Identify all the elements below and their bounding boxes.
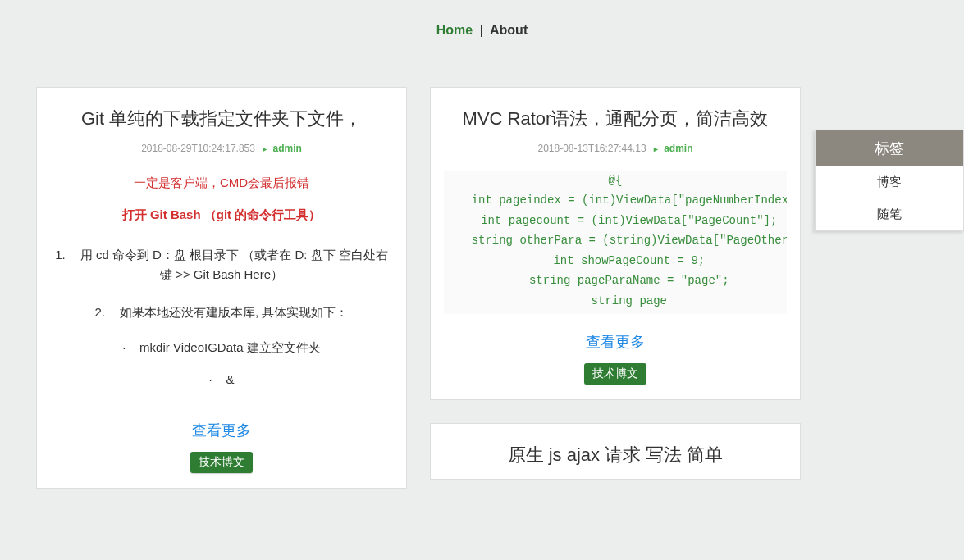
post-author[interactable]: admin [273, 143, 302, 154]
sidebar-tag-essay[interactable]: 随笔 [816, 198, 963, 230]
nav-home-link[interactable]: Home [436, 23, 473, 37]
post-title[interactable]: MVC Rator语法，通配分页，简洁高效 [444, 107, 787, 131]
code-content: @{ int pageindex = (int)ViewData["pageNu… [444, 171, 787, 315]
nav-separator: | [480, 23, 483, 37]
post-timestamp: 2018-08-29T10:24:17.853 [141, 143, 255, 154]
post-warning-1: 一定是客户端，CMD会最后报错 [50, 172, 393, 193]
post-step-2: 2.如果本地还没有建版本库, 具体实现如下： [50, 303, 393, 322]
post-meta: 2018-08-13T16:27:44.13 ► admin [444, 143, 787, 154]
post-tag-button[interactable]: 技术博文 [190, 452, 253, 473]
triangle-icon: ► [261, 145, 268, 153]
post-author[interactable]: admin [664, 143, 692, 154]
top-nav: Home | About [0, 0, 964, 38]
post-tag-button[interactable]: 技术博文 [584, 363, 646, 385]
read-more-link[interactable]: 查看更多 [192, 421, 251, 440]
post-timestamp: 2018-08-13T16:27:44.13 [537, 143, 646, 154]
read-more-link[interactable]: 查看更多 [586, 332, 645, 352]
code-block[interactable]: @{ int pageindex = (int)ViewData["pageNu… [444, 171, 787, 315]
post-substep-2: · & [50, 372, 393, 386]
sidebar-tag-blog[interactable]: 博客 [816, 166, 963, 198]
post-step-1: 1.用 cd 命令到 D：盘 根目录下 （或者在 D: 盘下 空白处右键 >> … [50, 245, 393, 285]
triangle-icon: ► [652, 145, 660, 153]
sidebar-title: 标签 [816, 130, 963, 166]
post-title[interactable]: Git 单纯的下载指定文件夹下文件， [50, 107, 393, 131]
tags-sidebar: 标签 博客 随笔 [815, 130, 964, 231]
nav-about-link[interactable]: About [490, 23, 528, 37]
post-title[interactable]: 原生 js ajax 请求 写法 简单 [444, 444, 787, 467]
post-substep-1: · mkdir VideoIGData 建立空文件夹 [50, 340, 393, 356]
post-card: MVC Rator语法，通配分页，简洁高效 2018-08-13T16:27:4… [430, 87, 801, 400]
post-warning-2: 打开 Git Bash （git 的命令行工具） [50, 204, 393, 225]
post-card: 原生 js ajax 请求 写法 简单 [430, 423, 801, 480]
post-meta: 2018-08-29T10:24:17.853 ► admin [50, 143, 393, 154]
post-card: Git 单纯的下载指定文件夹下文件， 2018-08-29T10:24:17.8… [36, 87, 407, 489]
